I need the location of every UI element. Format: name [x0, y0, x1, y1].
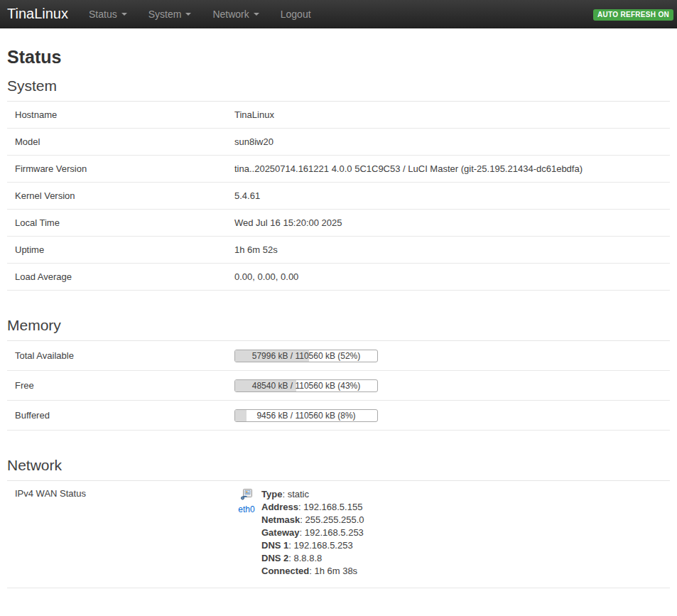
- wan-detail-line: Address: 192.168.5.155: [261, 501, 364, 514]
- chevron-down-icon: [254, 13, 259, 16]
- memory-progress-bar: 48540 kB / 110560 kB (43%): [234, 379, 378, 392]
- table-row: HostnameTinaLinux: [7, 102, 670, 129]
- brand-logo[interactable]: TinaLinux: [0, 6, 78, 22]
- table-row: Load Average0.00, 0.00, 0.00: [7, 264, 670, 291]
- wan-detail-key: Netmask: [261, 514, 300, 525]
- row-value: tina..20250714.161221 4.0.0 5C1C9C53 / L…: [234, 163, 583, 174]
- row-label: Uptime: [7, 244, 234, 255]
- wan-detail-key: Connected: [261, 566, 309, 576]
- page-title: Status: [7, 47, 670, 67]
- wan-detail-line: Type: static: [261, 488, 364, 501]
- section-network: Network IPv4 WAN Status e: [7, 457, 670, 588]
- ethernet-adapter-icon: [241, 492, 253, 502]
- table-row: Buffered9456 kB / 110560 kB (8%): [7, 401, 670, 431]
- nav-item-status[interactable]: Status: [78, 0, 138, 28]
- progress-text: 57996 kB / 110560 kB (52%): [235, 350, 377, 362]
- table-row: Uptime1h 6m 52s: [7, 237, 670, 264]
- wan-detail-key: Gateway: [261, 527, 299, 538]
- wan-detail-line: Connected: 1h 6m 38s: [261, 565, 364, 578]
- row-value: 0.00, 0.00, 0.00: [234, 271, 298, 282]
- wan-detail-key: DNS 1: [261, 540, 288, 551]
- wan-detail-line: Netmask: 255.255.255.0: [261, 514, 364, 526]
- row-label: Kernel Version: [7, 190, 234, 201]
- row-label: Local Time: [7, 217, 234, 228]
- table-row: IPv4 WAN Status eth0: [7, 481, 670, 588]
- auto-refresh-badge[interactable]: AUTO REFRESH ON: [593, 9, 673, 21]
- table-row: Firmware Versiontina..20250714.161221 4.…: [7, 156, 670, 183]
- row-value: sun8iw20: [234, 136, 273, 147]
- wan-detail-value: static: [288, 489, 309, 499]
- chevron-down-icon: [185, 13, 191, 16]
- row-value: 1h 6m 52s: [234, 244, 278, 255]
- memory-progress-bar: 57996 kB / 110560 kB (52%): [234, 350, 378, 362]
- nav-item-system[interactable]: System: [138, 0, 202, 28]
- section-title-system: System: [7, 77, 670, 102]
- row-label: Hostname: [7, 109, 234, 120]
- row-label: Total Available: [7, 350, 234, 361]
- nav-item-logout[interactable]: Logout: [270, 0, 322, 28]
- main-content: Status System HostnameTinaLinuxModelsun8…: [0, 47, 677, 588]
- nav-item-network[interactable]: Network: [202, 0, 269, 28]
- table-row: Modelsun8iw20: [7, 129, 670, 156]
- table-row: Total Available57996 kB / 110560 kB (52%…: [7, 341, 670, 371]
- progress-text: 48540 kB / 110560 kB (43%): [235, 380, 377, 392]
- table-row: Free48540 kB / 110560 kB (43%): [7, 371, 670, 401]
- row-label: Buffered: [7, 410, 234, 421]
- wan-detail-value: 192.168.5.155: [303, 502, 362, 512]
- top-navbar: TinaLinux StatusSystemNetworkLogout AUTO…: [0, 0, 677, 28]
- table-row: Local TimeWed Jul 16 15:20:00 2025: [7, 210, 670, 237]
- wan-status-value: eth0 Type: staticAddress: 192.168.5.155N…: [234, 488, 364, 578]
- wan-detail-value: 255.255.255.0: [305, 514, 364, 525]
- row-value: Wed Jul 16 15:20:00 2025: [234, 217, 342, 228]
- table-row: Kernel Version5.4.61: [7, 183, 670, 210]
- memory-progress-bar: 9456 kB / 110560 kB (8%): [234, 409, 378, 422]
- wan-detail-value: 192.168.5.253: [294, 540, 353, 551]
- wan-detail-key: Type: [261, 489, 282, 499]
- nav-item-label: Logout: [281, 9, 311, 20]
- section-system: System HostnameTinaLinuxModelsun8iw20Fir…: [7, 77, 670, 291]
- memory-table: Total Available57996 kB / 110560 kB (52%…: [7, 341, 670, 431]
- interface-box: eth0: [234, 488, 259, 514]
- chevron-down-icon: [121, 13, 127, 16]
- progress-text: 9456 kB / 110560 kB (8%): [235, 410, 377, 422]
- system-table: HostnameTinaLinuxModelsun8iw20Firmware V…: [7, 102, 670, 291]
- wan-detail-line: Gateway: 192.168.5.253: [261, 526, 364, 539]
- interface-link-eth0[interactable]: eth0: [234, 504, 259, 514]
- row-label: Firmware Version: [7, 163, 234, 174]
- wan-detail-value: 192.168.5.253: [305, 527, 364, 538]
- nav-menu: StatusSystemNetworkLogout: [78, 0, 322, 28]
- row-label: Model: [7, 136, 234, 147]
- row-value: 5.4.61: [234, 190, 260, 201]
- wan-detail-value: 8.8.8.8: [294, 553, 323, 563]
- wan-details: Type: staticAddress: 192.168.5.155Netmas…: [261, 488, 364, 578]
- wan-detail-line: DNS 1: 192.168.5.253: [261, 539, 364, 552]
- section-title-network: Network: [7, 457, 670, 481]
- section-memory: Memory Total Available57996 kB / 110560 …: [7, 317, 670, 431]
- wan-detail-line: DNS 2: 8.8.8.8: [261, 552, 364, 565]
- nav-item-label: System: [148, 9, 182, 20]
- wan-detail-value: 1h 6m 38s: [314, 566, 357, 576]
- row-label: Free: [7, 380, 234, 391]
- nav-item-label: Status: [89, 9, 117, 20]
- nav-item-label: Network: [212, 9, 249, 20]
- wan-status-label: IPv4 WAN Status: [7, 488, 234, 499]
- row-value: TinaLinux: [234, 109, 274, 120]
- section-title-memory: Memory: [7, 317, 670, 341]
- wan-detail-key: Address: [261, 502, 298, 512]
- wan-detail-key: DNS 2: [261, 553, 288, 563]
- row-label: Load Average: [7, 271, 234, 282]
